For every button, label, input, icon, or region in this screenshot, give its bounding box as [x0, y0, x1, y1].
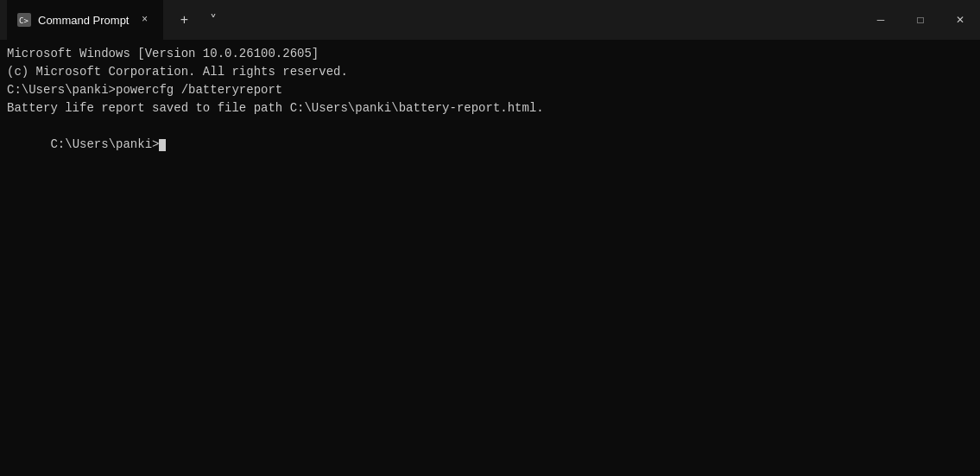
- terminal-prompt: C:\Users\panki>: [50, 137, 159, 151]
- active-tab[interactable]: C> Command Prompt ×: [7, 0, 163, 40]
- tab-close-button[interactable]: ×: [136, 11, 153, 29]
- svg-text:C>: C>: [19, 16, 28, 25]
- terminal-line-2: (c) Microsoft Corporation. All rights re…: [7, 63, 973, 81]
- tab-dropdown-button[interactable]: ˅: [199, 6, 227, 34]
- terminal-prompt-line: C:\Users\panki>: [7, 117, 973, 172]
- title-bar: C> Command Prompt × + ˅ ─ □ ✕: [0, 0, 980, 40]
- window-controls: ─ □ ✕: [861, 0, 980, 40]
- cursor-blink: [159, 139, 166, 151]
- terminal-line-5: Battery life report saved to file path C…: [7, 99, 973, 117]
- tab-title: Command Prompt: [38, 14, 129, 27]
- new-tab-button[interactable]: +: [170, 6, 198, 34]
- tab-actions: + ˅: [163, 6, 234, 34]
- terminal-line-4: C:\Users\panki>powercfg /batteryreport: [7, 81, 973, 99]
- close-button[interactable]: ✕: [940, 0, 980, 40]
- terminal-line-1: Microsoft Windows [Version 10.0.26100.26…: [7, 45, 973, 63]
- terminal-body[interactable]: Microsoft Windows [Version 10.0.26100.26…: [0, 40, 980, 476]
- maximize-button[interactable]: □: [901, 0, 940, 40]
- minimize-button[interactable]: ─: [861, 0, 901, 40]
- tab-area: C> Command Prompt × + ˅: [7, 0, 861, 40]
- cmd-icon: C>: [17, 13, 31, 27]
- terminal-window: C> Command Prompt × + ˅ ─ □ ✕ Microsoft …: [0, 0, 980, 476]
